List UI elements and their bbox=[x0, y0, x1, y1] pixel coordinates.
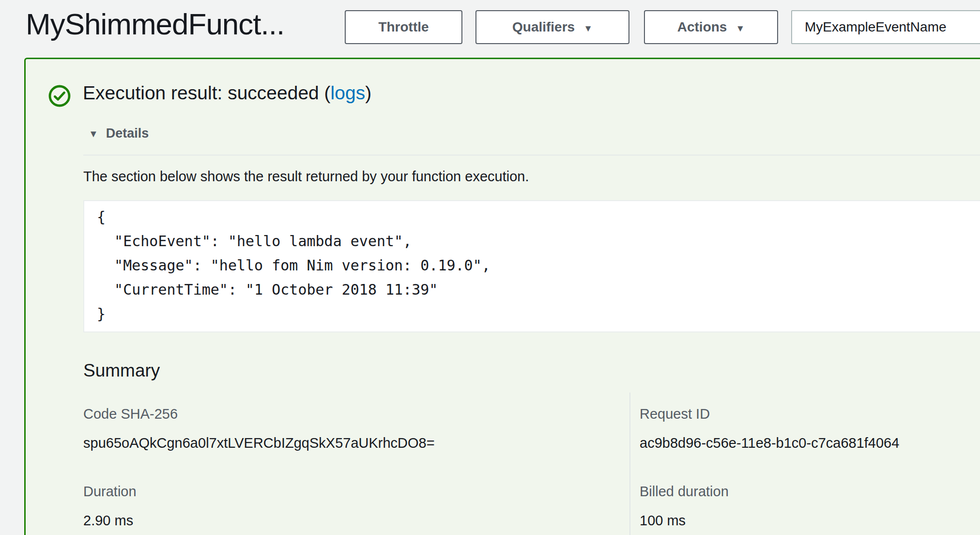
heading-suffix: ) bbox=[365, 82, 371, 103]
details-toggle[interactable]: ▼ Details bbox=[89, 126, 149, 141]
details-divider bbox=[83, 155, 980, 156]
throttle-button-label: Throttle bbox=[378, 19, 429, 35]
summary-field-billed-duration: Billed duration 100 ms bbox=[640, 484, 729, 529]
field-value: 100 ms bbox=[640, 513, 729, 529]
qualifiers-button[interactable]: Qualifiers ▼ bbox=[475, 10, 629, 44]
field-value: spu65oAQkCgn6a0l7xtLVERCbIZgqSkX57aUKrhc… bbox=[83, 435, 435, 451]
qualifiers-button-label: Qualifiers bbox=[512, 19, 575, 35]
actions-button-label: Actions bbox=[677, 19, 727, 35]
field-value: 2.90 ms bbox=[83, 513, 137, 529]
field-label: Request ID bbox=[640, 406, 899, 422]
success-check-icon bbox=[48, 84, 71, 108]
field-label: Code SHA-256 bbox=[83, 406, 435, 422]
details-label: Details bbox=[106, 126, 149, 141]
execution-result-panel: Execution result: succeeded (logs) ▼ Det… bbox=[24, 58, 980, 535]
summary-field-request-id: Request ID ac9b8d96-c56e-11e8-b1c0-c7ca6… bbox=[640, 406, 899, 451]
summary-field-code-sha256: Code SHA-256 spu65oAQkCgn6a0l7xtLVERCbIZ… bbox=[83, 406, 435, 451]
field-label: Billed duration bbox=[640, 484, 729, 500]
throttle-button[interactable]: Throttle bbox=[345, 10, 462, 44]
summary-heading: Summary bbox=[83, 361, 160, 381]
test-event-select[interactable]: MyExampleEventName bbox=[791, 10, 980, 44]
result-description: The section below shows the result retur… bbox=[83, 169, 529, 185]
actions-button[interactable]: Actions ▼ bbox=[644, 10, 778, 44]
heading-prefix: Execution result: succeeded ( bbox=[83, 82, 331, 103]
triangle-down-icon: ▼ bbox=[89, 129, 98, 139]
test-event-select-value: MyExampleEventName bbox=[805, 19, 947, 35]
execution-result-heading: Execution result: succeeded (logs) bbox=[83, 82, 371, 104]
chevron-down-icon: ▼ bbox=[583, 24, 593, 33]
field-label: Duration bbox=[83, 484, 137, 500]
result-json: { "EchoEvent": "hello lambda event", "Me… bbox=[84, 201, 980, 326]
function-name-title: MyShimmedFunct... bbox=[26, 7, 284, 41]
field-value: ac9b8d96-c56e-11e8-b1c0-c7ca681f4064 bbox=[640, 435, 899, 451]
logs-link[interactable]: logs bbox=[331, 82, 366, 103]
summary-column-divider bbox=[629, 393, 630, 535]
chevron-down-icon: ▼ bbox=[735, 24, 745, 33]
result-json-box: { "EchoEvent": "hello lambda event", "Me… bbox=[83, 200, 980, 332]
summary-field-duration: Duration 2.90 ms bbox=[83, 484, 137, 529]
lambda-console-page: MyShimmedFunct... Throttle Qualifiers ▼ … bbox=[0, 0, 980, 535]
